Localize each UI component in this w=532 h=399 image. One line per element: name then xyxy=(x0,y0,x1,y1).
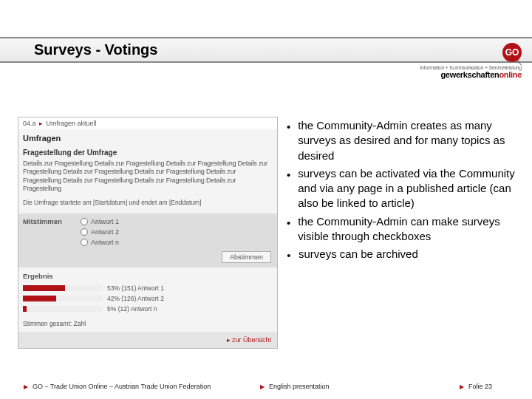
result-text-2: 42% (126) Antwort 2 xyxy=(107,295,164,302)
result-text-1: 53% (151) Antwort 1 xyxy=(107,284,164,292)
result-row: 5% (12) Antwort n xyxy=(18,304,277,314)
cursor-icon: ↖ xyxy=(516,58,523,68)
crumb-level-2: Umfragen aktuell xyxy=(47,120,97,127)
survey-date-range: Die Umfrage startete am [Startdatum] und… xyxy=(18,194,277,211)
brand-tagline-small: Information + Kommunikation + Servicelei… xyxy=(420,65,522,70)
vote-option-3: Antwort n xyxy=(91,239,119,246)
vote-box: Mitstimmen Antwort 1 Antwort 2 Antwort n… xyxy=(18,214,277,267)
brand-word-1: gewerkschaften xyxy=(440,70,499,79)
overview-link[interactable]: ▸zur Übersicht xyxy=(18,332,277,348)
survey-description: Details zur Fragestellung Details zur Fr… xyxy=(18,160,277,194)
overview-link-label: zur Übersicht xyxy=(232,336,271,344)
result-bar-3 xyxy=(23,306,27,312)
vote-label: Mitstimmen xyxy=(23,217,81,225)
result-row: 42% (126) Antwort 2 xyxy=(18,293,277,304)
embedded-screenshot: 04.a ▸ Umfragen aktuell Umfragen Fragest… xyxy=(18,117,278,349)
bullet-icon: • xyxy=(287,214,290,245)
result-total: Stimmen gesamt: Zahl xyxy=(18,314,277,332)
result-row: 53% (151) Antwort 1 xyxy=(18,283,277,293)
breadcrumb: 04.a ▸ Umfragen aktuell xyxy=(18,117,277,129)
brand-logo: GO ↖ Information + Kommunikation + Servi… xyxy=(420,43,522,79)
brand-word-2: online xyxy=(499,70,522,79)
footer-left: GO – Trade Union Online – Austrian Trade… xyxy=(33,383,211,390)
bullet-icon: • xyxy=(287,118,290,163)
chevron-right-icon: ▸ xyxy=(39,120,43,127)
slide-footer: ▶GO – Trade Union Online – Austrian Trad… xyxy=(0,383,532,390)
bullet-icon: • xyxy=(287,247,291,263)
triangle-right-icon: ▶ xyxy=(24,383,28,390)
triangle-right-icon: ▶ xyxy=(260,383,265,390)
results-heading: Ergebnis xyxy=(18,267,277,283)
bullet-2: surveys can be activated via the Communi… xyxy=(298,166,519,211)
triangle-right-icon: ▸ xyxy=(227,336,231,344)
bullet-1: the Community-Admin creates as many surv… xyxy=(298,118,519,163)
bullet-list: •the Community-Admin creates as many sur… xyxy=(287,117,519,349)
vote-submit-button[interactable]: Abstimmen xyxy=(222,251,271,263)
result-bar-1 xyxy=(23,285,65,291)
vote-radio-2[interactable] xyxy=(81,228,88,236)
result-bar-2 xyxy=(23,296,56,301)
panel-heading: Umfragen xyxy=(18,129,277,144)
vote-option-1: Antwort 1 xyxy=(91,218,119,225)
vote-option-2: Antwort 2 xyxy=(91,228,119,236)
triangle-right-icon: ▶ xyxy=(460,383,464,390)
bullet-3: the Community-Admin can make surveys vis… xyxy=(298,214,519,245)
bullet-4: surveys can be archived xyxy=(299,247,418,263)
result-text-3: 5% (12) Antwort n xyxy=(107,305,157,313)
footer-right: Folie 23 xyxy=(468,383,492,390)
crumb-level-1: 04.a xyxy=(23,120,36,127)
bullet-icon: • xyxy=(287,166,290,211)
vote-radio-1[interactable] xyxy=(81,218,88,225)
footer-center: English presentation xyxy=(269,383,330,390)
survey-question: Fragestellung der Umfrage xyxy=(18,144,277,160)
brand-tagline-large: gewerkschaftenonline xyxy=(420,70,522,79)
vote-radio-3[interactable] xyxy=(81,239,88,246)
